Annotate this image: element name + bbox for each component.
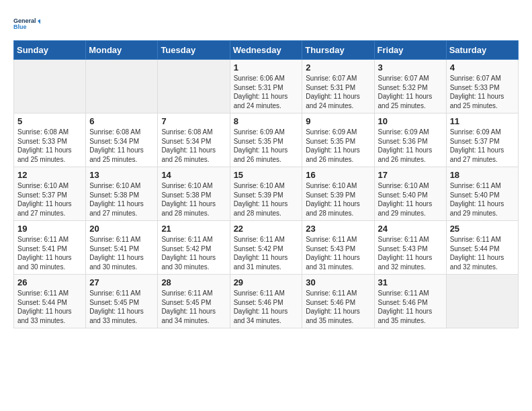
day-number: 18: [450, 170, 515, 180]
day-number: 13: [89, 170, 154, 180]
day-number: 3: [378, 62, 443, 73]
calendar-cell: 24Sunrise: 6:11 AMSunset: 5:43 PMDayligh…: [374, 221, 446, 275]
svg-text:General: General: [13, 17, 36, 24]
weekday-header-sunday: Sunday: [14, 41, 86, 60]
cell-sun-info: Sunrise: 6:09 AMSunset: 5:35 PMDaylight:…: [306, 128, 370, 164]
calendar-cell: 27Sunrise: 6:11 AMSunset: 5:45 PMDayligh…: [86, 275, 158, 328]
cell-sun-info: Sunrise: 6:10 AMSunset: 5:38 PMDaylight:…: [89, 181, 154, 218]
cell-sun-info: Sunrise: 6:08 AMSunset: 5:34 PMDaylight:…: [89, 128, 154, 164]
calendar-cell: 16Sunrise: 6:10 AMSunset: 5:39 PMDayligh…: [302, 167, 374, 221]
week-row-1: 1Sunrise: 6:06 AMSunset: 5:31 PMDaylight…: [14, 60, 519, 113]
weekday-header-monday: Monday: [86, 41, 158, 60]
cell-sun-info: Sunrise: 6:11 AMSunset: 5:46 PMDaylight:…: [234, 289, 299, 325]
cell-sun-info: Sunrise: 6:09 AMSunset: 5:36 PMDaylight:…: [378, 128, 443, 164]
page-header: General Blue: [13, 13, 519, 34]
day-number: 21: [161, 224, 226, 234]
calendar-cell: 7Sunrise: 6:08 AMSunset: 5:34 PMDaylight…: [158, 113, 230, 167]
calendar-cell: 22Sunrise: 6:11 AMSunset: 5:42 PMDayligh…: [230, 221, 302, 275]
calendar-cell: 23Sunrise: 6:11 AMSunset: 5:43 PMDayligh…: [302, 221, 374, 275]
calendar-cell: 13Sunrise: 6:10 AMSunset: 5:38 PMDayligh…: [86, 167, 158, 221]
calendar-cell: 28Sunrise: 6:11 AMSunset: 5:45 PMDayligh…: [158, 275, 230, 328]
calendar-cell: 30Sunrise: 6:11 AMSunset: 5:46 PMDayligh…: [302, 275, 374, 328]
calendar-cell: 31Sunrise: 6:11 AMSunset: 5:46 PMDayligh…: [374, 275, 446, 328]
weekday-header-thursday: Thursday: [302, 41, 374, 60]
cell-sun-info: Sunrise: 6:11 AMSunset: 5:45 PMDaylight:…: [161, 289, 226, 325]
calendar-cell: 6Sunrise: 6:08 AMSunset: 5:34 PMDaylight…: [86, 113, 158, 167]
calendar-cell: [14, 60, 86, 113]
cell-sun-info: Sunrise: 6:11 AMSunset: 5:44 PMDaylight:…: [17, 289, 82, 325]
calendar-cell: 3Sunrise: 6:07 AMSunset: 5:32 PMDaylight…: [374, 60, 446, 113]
cell-sun-info: Sunrise: 6:11 AMSunset: 5:42 PMDaylight:…: [234, 235, 299, 271]
cell-sun-info: Sunrise: 6:07 AMSunset: 5:31 PMDaylight:…: [306, 74, 370, 110]
day-number: 9: [306, 116, 370, 126]
cell-sun-info: Sunrise: 6:11 AMSunset: 5:43 PMDaylight:…: [378, 235, 443, 271]
calendar-cell: 1Sunrise: 6:06 AMSunset: 5:31 PMDaylight…: [230, 60, 302, 113]
day-number: 15: [234, 170, 299, 180]
day-number: 19: [17, 224, 82, 234]
calendar-table: SundayMondayTuesdayWednesdayThursdayFrid…: [13, 40, 519, 328]
week-row-5: 26Sunrise: 6:11 AMSunset: 5:44 PMDayligh…: [14, 275, 519, 328]
day-number: 8: [234, 116, 299, 126]
day-number: 5: [17, 116, 82, 126]
calendar-cell: 10Sunrise: 6:09 AMSunset: 5:36 PMDayligh…: [374, 113, 446, 167]
calendar-cell: [86, 60, 158, 113]
calendar-cell: 26Sunrise: 6:11 AMSunset: 5:44 PMDayligh…: [14, 275, 86, 328]
day-number: 12: [17, 170, 82, 180]
calendar-cell: 21Sunrise: 6:11 AMSunset: 5:42 PMDayligh…: [158, 221, 230, 275]
calendar-cell: 29Sunrise: 6:11 AMSunset: 5:46 PMDayligh…: [230, 275, 302, 328]
week-row-4: 19Sunrise: 6:11 AMSunset: 5:41 PMDayligh…: [14, 221, 519, 275]
day-number: 10: [378, 116, 443, 126]
day-number: 6: [89, 116, 154, 126]
calendar-cell: [158, 60, 230, 113]
calendar-cell: 14Sunrise: 6:10 AMSunset: 5:38 PMDayligh…: [158, 167, 230, 221]
cell-sun-info: Sunrise: 6:09 AMSunset: 5:35 PMDaylight:…: [234, 128, 299, 164]
cell-sun-info: Sunrise: 6:10 AMSunset: 5:38 PMDaylight:…: [161, 181, 226, 218]
cell-sun-info: Sunrise: 6:10 AMSunset: 5:39 PMDaylight:…: [234, 181, 299, 218]
cell-sun-info: Sunrise: 6:11 AMSunset: 5:44 PMDaylight:…: [450, 235, 515, 271]
calendar-cell: 17Sunrise: 6:10 AMSunset: 5:40 PMDayligh…: [374, 167, 446, 221]
day-number: 27: [89, 277, 154, 287]
cell-sun-info: Sunrise: 6:06 AMSunset: 5:31 PMDaylight:…: [234, 74, 299, 110]
day-number: 26: [17, 277, 82, 287]
week-row-2: 5Sunrise: 6:08 AMSunset: 5:33 PMDaylight…: [14, 113, 519, 167]
calendar-cell: 20Sunrise: 6:11 AMSunset: 5:41 PMDayligh…: [86, 221, 158, 275]
weekday-header-friday: Friday: [374, 41, 446, 60]
day-number: 28: [161, 277, 226, 287]
day-number: 4: [450, 62, 515, 73]
day-number: 20: [89, 224, 154, 234]
day-number: 1: [234, 62, 299, 73]
day-number: 25: [450, 224, 515, 234]
day-number: 14: [161, 170, 226, 180]
calendar-cell: 19Sunrise: 6:11 AMSunset: 5:41 PMDayligh…: [14, 221, 86, 275]
day-number: 24: [378, 224, 443, 234]
calendar-cell: 18Sunrise: 6:11 AMSunset: 5:40 PMDayligh…: [446, 167, 518, 221]
cell-sun-info: Sunrise: 6:08 AMSunset: 5:33 PMDaylight:…: [17, 128, 82, 164]
cell-sun-info: Sunrise: 6:10 AMSunset: 5:40 PMDaylight:…: [378, 181, 443, 218]
calendar-cell: 11Sunrise: 6:09 AMSunset: 5:37 PMDayligh…: [446, 113, 518, 167]
calendar-cell: 15Sunrise: 6:10 AMSunset: 5:39 PMDayligh…: [230, 167, 302, 221]
cell-sun-info: Sunrise: 6:11 AMSunset: 5:41 PMDaylight:…: [89, 235, 154, 271]
calendar-cell: 4Sunrise: 6:07 AMSunset: 5:33 PMDaylight…: [446, 60, 518, 113]
cell-sun-info: Sunrise: 6:08 AMSunset: 5:34 PMDaylight:…: [161, 128, 226, 164]
cell-sun-info: Sunrise: 6:11 AMSunset: 5:41 PMDaylight:…: [17, 235, 82, 271]
day-number: 2: [306, 62, 370, 73]
day-number: 30: [306, 277, 370, 287]
logo-icon: General Blue: [13, 13, 40, 34]
cell-sun-info: Sunrise: 6:11 AMSunset: 5:43 PMDaylight:…: [306, 235, 370, 271]
calendar-cell: 12Sunrise: 6:10 AMSunset: 5:37 PMDayligh…: [14, 167, 86, 221]
cell-sun-info: Sunrise: 6:10 AMSunset: 5:37 PMDaylight:…: [17, 181, 82, 218]
cell-sun-info: Sunrise: 6:11 AMSunset: 5:46 PMDaylight:…: [306, 289, 370, 325]
day-number: 11: [450, 116, 515, 126]
svg-marker-2: [38, 19, 40, 25]
day-number: 16: [306, 170, 370, 180]
day-number: 22: [234, 224, 299, 234]
calendar-cell: 5Sunrise: 6:08 AMSunset: 5:33 PMDaylight…: [14, 113, 86, 167]
day-number: 17: [378, 170, 443, 180]
calendar-cell: 8Sunrise: 6:09 AMSunset: 5:35 PMDaylight…: [230, 113, 302, 167]
logo: General Blue: [13, 13, 40, 34]
day-number: 23: [306, 224, 370, 234]
calendar-cell: 25Sunrise: 6:11 AMSunset: 5:44 PMDayligh…: [446, 221, 518, 275]
cell-sun-info: Sunrise: 6:09 AMSunset: 5:37 PMDaylight:…: [450, 128, 515, 164]
cell-sun-info: Sunrise: 6:11 AMSunset: 5:40 PMDaylight:…: [450, 181, 515, 218]
weekday-header-saturday: Saturday: [446, 41, 518, 60]
